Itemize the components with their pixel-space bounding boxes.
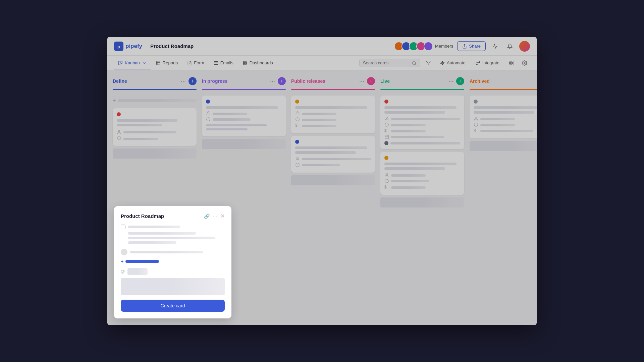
modal-tag-pill <box>127 268 148 275</box>
modal-checklist-section <box>121 225 225 244</box>
link-icon[interactable]: 🔗 <box>204 214 210 219</box>
modal-close-button[interactable]: ✕ <box>220 213 225 219</box>
modal-add-label <box>125 260 159 263</box>
modal-menu-icon[interactable]: ⋯ <box>212 213 218 219</box>
modal-subitems <box>121 232 225 244</box>
create-card-modal: Product Roadmap 🔗 ⋯ ✕ <box>114 206 231 318</box>
modal-plus-icon: + <box>121 259 123 264</box>
modal-person-icon <box>121 249 127 255</box>
modal-check-label <box>128 226 180 228</box>
modal-checkbox[interactable] <box>121 225 125 229</box>
modal-add-row[interactable]: + <box>121 259 225 264</box>
modal-person-label <box>130 251 203 253</box>
modal-subitem-1 <box>128 232 196 235</box>
modal-subitem-3 <box>128 241 176 244</box>
modal-person-row <box>121 249 225 255</box>
modal-check-row-main <box>121 225 225 229</box>
create-card-button[interactable]: Create card <box>121 300 225 312</box>
modal-header: Product Roadmap 🔗 ⋯ ✕ <box>121 213 225 219</box>
modal-actions: 🔗 ⋯ ✕ <box>204 213 225 219</box>
modal-subitem-2 <box>128 237 215 239</box>
modal-title: Product Roadmap <box>121 213 164 219</box>
modal-note-area[interactable] <box>121 278 225 295</box>
modal-tag-row: @ <box>121 268 225 275</box>
modal-at-symbol: @ <box>121 269 125 274</box>
